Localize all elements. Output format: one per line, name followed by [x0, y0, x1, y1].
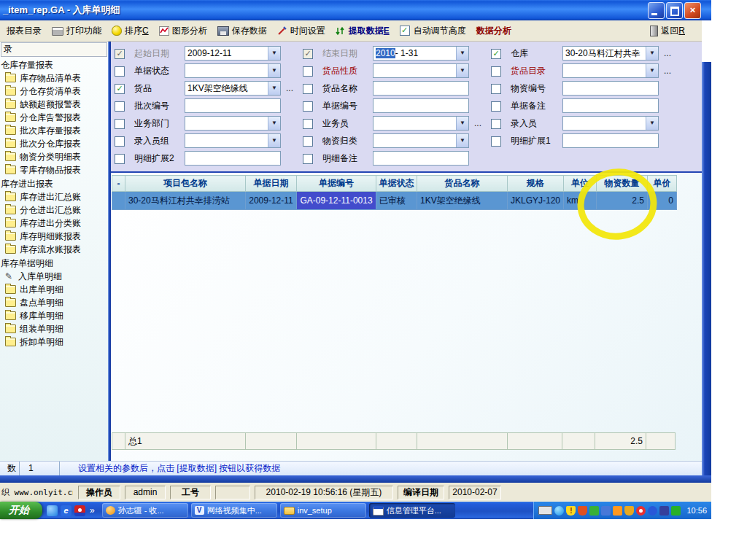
sidebar-item-report[interactable]: 移库单明细 [0, 309, 108, 322]
entry-group-select[interactable]: ▼ [185, 133, 281, 148]
warehouse-more-button[interactable]: ... [664, 46, 677, 61]
messenger-tray-icon[interactable] [554, 506, 564, 516]
close-button[interactable]: × [684, 2, 701, 19]
material-no-checkbox[interactable] [491, 84, 501, 94]
dropdown-arrow-icon[interactable]: ▼ [646, 47, 658, 60]
dropdown-arrow-icon[interactable]: ▼ [268, 82, 280, 95]
column-header[interactable]: 规格 [508, 176, 564, 192]
doc-status-checkbox[interactable] [115, 66, 125, 77]
detail-remark-checkbox[interactable] [303, 154, 313, 164]
dropdown-arrow-icon[interactable]: ▼ [456, 117, 468, 130]
task-sun-button[interactable]: 孙志疆 - 收... [102, 503, 188, 518]
extract-data-button[interactable]: 提取数据E [330, 23, 395, 39]
end-date-select[interactable]: 2010- 1-31▼ [373, 46, 469, 61]
sort-button[interactable]: 排序C [107, 23, 154, 39]
time-settings-button[interactable]: 时间设置 [272, 23, 330, 39]
doc-no-input[interactable] [373, 98, 469, 113]
goods-catalog-checkbox[interactable] [491, 66, 501, 77]
restore-button[interactable] [666, 2, 683, 19]
save-data-button[interactable]: 保存数据 [212, 23, 272, 39]
start-button[interactable]: 开始 [0, 502, 42, 519]
column-header[interactable]: 单据日期 [246, 176, 297, 192]
sidebar-item-report[interactable]: 零库存物品报表 [0, 163, 108, 176]
table-cell[interactable]: 0 [648, 192, 677, 210]
dropdown-arrow-icon[interactable]: ▼ [456, 64, 468, 77]
salesman-select[interactable]: ▼ [373, 116, 469, 131]
column-header[interactable]: 单位 [564, 176, 597, 192]
table-cell[interactable]: 1KV架空绝缘线 [417, 192, 508, 210]
material-no-input[interactable] [562, 81, 659, 96]
sync-tray-icon[interactable] [671, 506, 681, 516]
table-cell[interactable]: 2009-12-11 [246, 192, 297, 210]
minimize-button[interactable] [648, 2, 665, 19]
sidebar-item-report[interactable]: 拆卸单明细 [0, 335, 108, 349]
doc-status-select[interactable]: ▼ [185, 63, 281, 78]
entry-clerk-checkbox[interactable] [491, 119, 501, 129]
sidebar-item-report[interactable]: 库存物品清单表 [0, 71, 108, 85]
sidebar-item-report[interactable]: 物资分类明细表 [0, 150, 108, 163]
alert-shield-tray-icon[interactable]: ! [566, 506, 576, 516]
goods-nature-checkbox[interactable] [303, 66, 313, 77]
paw-tray-icon[interactable] [636, 506, 646, 516]
sidebar-item-report[interactable]: 库存进出汇总账 [0, 190, 108, 203]
data-analysis-button[interactable]: 数据分析 [471, 23, 516, 39]
batch-no-input[interactable] [185, 98, 281, 113]
detail-remark-input[interactable] [373, 151, 469, 166]
report-menu-button[interactable]: 报表目录 [1, 23, 47, 39]
graph-analysis-button[interactable]: 图形分析 [154, 23, 212, 39]
business-dept-checkbox[interactable] [115, 119, 125, 129]
column-header[interactable]: 项目包名称 [125, 176, 246, 192]
dropdown-arrow-icon[interactable]: ▼ [456, 134, 468, 147]
print-button[interactable]: 打印功能 [47, 23, 107, 39]
goods-select[interactable]: 1KV架空绝缘线▼ [185, 81, 281, 96]
detail-ext1-checkbox[interactable] [491, 136, 501, 147]
goods-name-input[interactable] [373, 81, 469, 96]
sidebar-item-report[interactable]: 库存流水账报表 [0, 243, 108, 256]
bluetooth-tray-icon[interactable] [648, 506, 657, 516]
auto-height-checkbox[interactable]: ✓ [400, 26, 410, 36]
detail-ext1-input[interactable] [562, 133, 659, 148]
paw-quicklaunch-icon[interactable] [74, 505, 85, 516]
amber-shield-tray-icon[interactable] [624, 506, 634, 516]
batch-no-checkbox[interactable] [115, 101, 125, 112]
start-date-select[interactable]: 2009-12-11▼ [185, 46, 281, 61]
sidebar-item-report[interactable]: 库存明细账报表 [0, 230, 108, 243]
sidebar-item-report[interactable]: 盘点单明细 [0, 296, 108, 309]
return-button[interactable]: 返回R [645, 23, 690, 39]
sidebar-item-report[interactable]: 分仓库告警报表 [0, 111, 108, 124]
column-header[interactable]: 单据状态 [376, 176, 417, 192]
warehouse-checkbox[interactable]: ✓ [491, 49, 501, 59]
goods-nature-select[interactable]: ▼ [373, 63, 469, 78]
warehouse-select[interactable]: 30-20马料江村共幸▼ [562, 46, 659, 61]
material-class-select[interactable]: ▼ [373, 133, 469, 148]
sidebar-item-report[interactable]: 批次库存量报表 [0, 124, 108, 137]
column-header[interactable]: 货品名称 [417, 176, 508, 192]
material-class-checkbox[interactable] [303, 136, 313, 147]
column-header[interactable]: - [112, 176, 125, 192]
detail-ext2-input[interactable] [185, 151, 281, 166]
ie-quicklaunch-icon[interactable]: e [61, 505, 71, 516]
sidebar-item-report[interactable]: 分仓存货清单表 [0, 85, 108, 98]
doc-remark-checkbox[interactable] [491, 101, 501, 112]
keyboard-tray-icon[interactable] [538, 506, 552, 515]
dropdown-arrow-icon[interactable]: ▼ [646, 64, 658, 77]
entry-clerk-select[interactable]: ▼ [562, 116, 659, 131]
goods-catalog-more-button[interactable]: ... [664, 63, 677, 78]
green-util-tray-icon[interactable] [589, 506, 599, 516]
table-cell[interactable]: JKLGYJ-120 [508, 192, 564, 210]
table-cell[interactable]: 已审核 [376, 192, 417, 210]
column-header[interactable]: 单价 [648, 176, 677, 192]
start-date-checkbox[interactable]: ✓ [115, 49, 125, 59]
goods-name-checkbox[interactable] [303, 84, 313, 94]
end-date-checkbox[interactable]: ✓ [303, 49, 313, 59]
table-cell[interactable]: 30-20马料江村共幸排涝站 [125, 192, 246, 210]
table-cell[interactable]: 2.5 [597, 192, 648, 210]
messenger-quicklaunch-icon[interactable] [47, 505, 58, 516]
sidebar-item-report[interactable]: 批次分仓库报表 [0, 137, 108, 150]
sidebar-item-report[interactable]: 库存进出分类账 [0, 217, 108, 230]
dropdown-arrow-icon[interactable]: ▼ [268, 64, 280, 77]
entry-group-checkbox[interactable] [115, 136, 125, 147]
dropdown-arrow-icon[interactable]: ▼ [268, 117, 280, 130]
security-shield-tray-icon[interactable] [578, 506, 587, 516]
task-platform-button[interactable]: 信息管理平台... [369, 503, 455, 518]
